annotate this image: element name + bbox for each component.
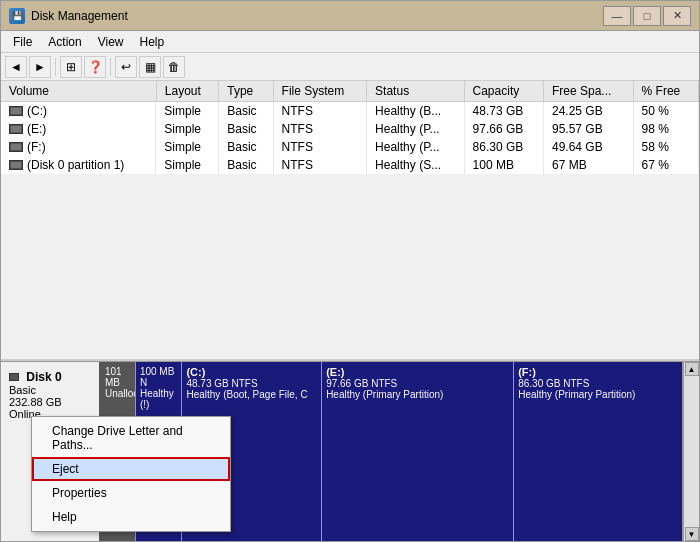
cell-status: Healthy (S... <box>367 156 464 174</box>
properties-button[interactable]: ⊞ <box>60 56 82 78</box>
back-button[interactable]: ◄ <box>5 56 27 78</box>
main-window: 💾 Disk Management — □ ✕ File Action View… <box>0 0 700 542</box>
cell-filesystem: NTFS <box>273 102 367 121</box>
partition-f-size: 86.30 GB NTFS <box>518 378 678 389</box>
col-free[interactable]: Free Spa... <box>543 81 633 102</box>
partition-f[interactable]: (F:) 86.30 GB NTFS Healthy (Primary Part… <box>514 362 683 541</box>
help-button[interactable]: ❓ <box>84 56 106 78</box>
cell-volume: (F:) <box>1 138 156 156</box>
scroll-down-arrow[interactable]: ▼ <box>685 527 699 541</box>
cell-volume: (C:) <box>1 102 156 120</box>
cell-type: Basic <box>219 120 273 138</box>
top-panel: Volume Layout Type File System Status Ca… <box>1 81 699 361</box>
cell-capacity: 86.30 GB <box>464 138 543 156</box>
cell-status: Healthy (P... <box>367 120 464 138</box>
cell-percent: 50 % <box>633 102 698 121</box>
context-menu: Change Drive Letter and Paths... Eject P… <box>31 416 231 532</box>
drive-icon <box>9 142 23 152</box>
partition-c-status: Healthy (Boot, Page File, C <box>186 389 317 400</box>
context-properties[interactable]: Properties <box>32 481 230 505</box>
menu-view[interactable]: View <box>90 33 132 51</box>
partition-f-label: (F:) <box>518 366 678 378</box>
cell-volume: (Disk 0 partition 1) <box>1 156 156 174</box>
col-percent[interactable]: % Free <box>633 81 698 102</box>
cell-layout: Simple <box>156 156 218 174</box>
menu-help[interactable]: Help <box>132 33 173 51</box>
partition-system-status: Healthy (!) <box>140 388 178 410</box>
minimize-button[interactable]: — <box>603 6 631 26</box>
cell-capacity: 100 MB <box>464 156 543 174</box>
cell-percent: 58 % <box>633 138 698 156</box>
window-title: Disk Management <box>31 9 128 23</box>
cell-type: Basic <box>219 156 273 174</box>
disk-name: Disk 0 <box>9 370 91 384</box>
disk-size: 232.88 GB <box>9 396 91 408</box>
col-filesystem[interactable]: File System <box>273 81 367 102</box>
table-header-row: Volume Layout Type File System Status Ca… <box>1 81 699 102</box>
col-volume[interactable]: Volume <box>1 81 156 102</box>
close-button[interactable]: ✕ <box>663 6 691 26</box>
table-row[interactable]: (E:) Simple Basic NTFS Healthy (P... 97.… <box>1 120 699 138</box>
cell-type: Basic <box>219 138 273 156</box>
context-help[interactable]: Help <box>32 505 230 529</box>
disk-view-button[interactable]: ▦ <box>139 56 161 78</box>
drive-icon <box>9 106 23 116</box>
title-bar: 💾 Disk Management — □ ✕ <box>1 1 699 31</box>
title-buttons: — □ ✕ <box>603 6 691 26</box>
app-icon: 💾 <box>9 8 25 24</box>
toolbar: ◄ ► ⊞ ❓ ↩ ▦ 🗑 <box>1 53 699 81</box>
partition-size-label: 101 MB <box>105 366 131 388</box>
partition-c-label: (C:) <box>186 366 317 378</box>
menu-file[interactable]: File <box>5 33 40 51</box>
maximize-button[interactable]: □ <box>633 6 661 26</box>
col-status[interactable]: Status <box>367 81 464 102</box>
partition-e-status: Healthy (Primary Partition) <box>326 389 509 400</box>
disk-type: Basic <box>9 384 91 396</box>
delete-button[interactable]: 🗑 <box>163 56 185 78</box>
table-row[interactable]: (C:) Simple Basic NTFS Healthy (B... 48.… <box>1 102 699 121</box>
cell-type: Basic <box>219 102 273 121</box>
cell-filesystem: NTFS <box>273 156 367 174</box>
cell-volume: (E:) <box>1 120 156 138</box>
menu-action[interactable]: Action <box>40 33 89 51</box>
cell-filesystem: NTFS <box>273 138 367 156</box>
partition-f-status: Healthy (Primary Partition) <box>518 389 678 400</box>
partition-c-size: 48.73 GB NTFS <box>186 378 317 389</box>
context-eject[interactable]: Eject <box>32 457 230 481</box>
partition-system-size: 100 MB N <box>140 366 178 388</box>
drive-icon <box>9 124 23 134</box>
table-row[interactable]: (F:) Simple Basic NTFS Healthy (P... 86.… <box>1 138 699 156</box>
cell-percent: 98 % <box>633 120 698 138</box>
forward-button[interactable]: ► <box>29 56 51 78</box>
main-area: Volume Layout Type File System Status Ca… <box>1 81 699 541</box>
partition-type-label: Unallocat <box>105 388 131 399</box>
toolbar-separator-2 <box>110 58 111 76</box>
cell-layout: Simple <box>156 138 218 156</box>
partition-e[interactable]: (E:) 97.66 GB NTFS Healthy (Primary Part… <box>322 362 514 541</box>
cell-capacity: 97.66 GB <box>464 120 543 138</box>
cell-free: 49.64 GB <box>543 138 633 156</box>
partition-e-size: 97.66 GB NTFS <box>326 378 509 389</box>
scroll-up-arrow[interactable]: ▲ <box>685 362 699 376</box>
volumes-table: Volume Layout Type File System Status Ca… <box>1 81 699 174</box>
title-bar-left: 💾 Disk Management <box>9 8 128 24</box>
cell-free: 95.57 GB <box>543 120 633 138</box>
toolbar-separator-1 <box>55 58 56 76</box>
context-change-drive[interactable]: Change Drive Letter and Paths... <box>32 419 230 457</box>
menu-bar: File Action View Help <box>1 31 699 53</box>
scrollbar-right: ▲ ▼ <box>683 362 699 541</box>
cell-filesystem: NTFS <box>273 120 367 138</box>
table-row[interactable]: (Disk 0 partition 1) Simple Basic NTFS H… <box>1 156 699 174</box>
cell-status: Healthy (P... <box>367 138 464 156</box>
drive-icon <box>9 160 23 170</box>
col-layout[interactable]: Layout <box>156 81 218 102</box>
cell-layout: Simple <box>156 120 218 138</box>
cell-capacity: 48.73 GB <box>464 102 543 121</box>
cell-free: 24.25 GB <box>543 102 633 121</box>
cell-free: 67 MB <box>543 156 633 174</box>
cell-layout: Simple <box>156 102 218 121</box>
col-type[interactable]: Type <box>219 81 273 102</box>
cell-status: Healthy (B... <box>367 102 464 121</box>
refresh-button[interactable]: ↩ <box>115 56 137 78</box>
col-capacity[interactable]: Capacity <box>464 81 543 102</box>
